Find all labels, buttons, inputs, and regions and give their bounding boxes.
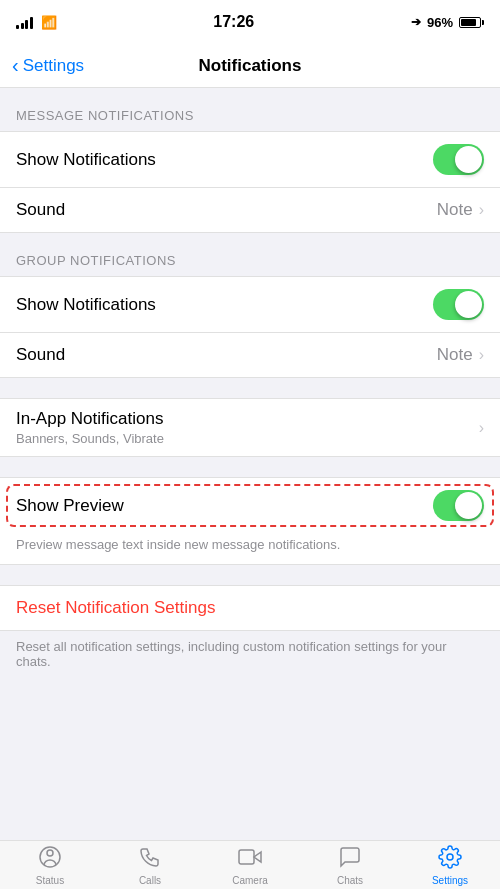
message-show-notifications-toggle[interactable] xyxy=(433,144,484,175)
svg-rect-2 xyxy=(239,850,254,864)
settings-tab-icon xyxy=(438,845,462,873)
status-time: 17:26 xyxy=(213,13,254,31)
status-tab-label: Status xyxy=(36,875,64,886)
group-sound-chevron-icon: › xyxy=(479,346,484,364)
message-show-notifications-row: Show Notifications xyxy=(0,132,500,187)
message-sound-value: Note xyxy=(437,200,473,220)
message-sound-chevron-icon: › xyxy=(479,201,484,219)
back-chevron-icon: ‹ xyxy=(12,54,19,77)
message-sound-label: Sound xyxy=(16,200,65,220)
tab-bar: Status Calls Camera Chats xyxy=(0,840,500,889)
chats-tab-label: Chats xyxy=(337,875,363,886)
group-sound-value: Note xyxy=(437,345,473,365)
group-sound-value-group: Note › xyxy=(437,345,484,365)
inapp-section: In-App Notifications Banners, Sounds, Vi… xyxy=(0,398,500,457)
message-show-notifications-label: Show Notifications xyxy=(16,150,156,170)
message-notifications-section: MESSAGE NOTIFICATIONS Show Notifications… xyxy=(0,88,500,233)
group-notifications-header: GROUP NOTIFICATIONS xyxy=(0,233,500,276)
show-preview-label: Show Preview xyxy=(16,496,124,516)
camera-tab-label: Camera xyxy=(232,875,268,886)
calls-tab-label: Calls xyxy=(139,875,161,886)
show-preview-section: Show Preview Preview message text inside… xyxy=(0,477,500,565)
reset-section: Reset Notification Settings Reset all no… xyxy=(0,585,500,681)
show-preview-row: Show Preview xyxy=(0,478,500,533)
spacer-3 xyxy=(0,565,500,585)
group-notifications-body: Show Notifications Sound Note › xyxy=(0,276,500,378)
group-show-notifications-label: Show Notifications xyxy=(16,295,156,315)
tab-camera[interactable]: Camera xyxy=(200,845,300,886)
group-sound-label: Sound xyxy=(16,345,65,365)
svg-point-3 xyxy=(447,854,453,860)
inapp-chevron-icon: › xyxy=(479,419,484,437)
tab-calls[interactable]: Calls xyxy=(100,845,200,886)
group-notifications-section: GROUP NOTIFICATIONS Show Notifications S… xyxy=(0,233,500,378)
tab-status[interactable]: Status xyxy=(0,845,100,886)
battery-percent: 96% xyxy=(427,15,453,30)
toggle-knob-preview xyxy=(455,492,482,519)
group-show-notifications-toggle[interactable] xyxy=(433,289,484,320)
settings-content: MESSAGE NOTIFICATIONS Show Notifications… xyxy=(0,88,500,840)
location-icon: ➔ xyxy=(411,15,421,29)
toggle-knob xyxy=(455,146,482,173)
settings-tab-label: Settings xyxy=(432,875,468,886)
group-show-notifications-row: Show Notifications xyxy=(0,277,500,332)
back-button[interactable]: ‹ Settings xyxy=(12,54,84,77)
signal-icon xyxy=(16,15,33,29)
nav-bar: ‹ Settings Notifications xyxy=(0,44,500,88)
camera-tab-icon xyxy=(238,845,262,873)
message-notifications-body: Show Notifications Sound Note › xyxy=(0,131,500,233)
reset-description: Reset all notification settings, includi… xyxy=(0,631,500,681)
message-notifications-header: MESSAGE NOTIFICATIONS xyxy=(0,88,500,131)
toggle-knob-group xyxy=(455,291,482,318)
svg-point-1 xyxy=(47,850,53,856)
tab-settings[interactable]: Settings xyxy=(400,845,500,886)
show-preview-description: Preview message text inside new message … xyxy=(0,533,500,564)
reset-row[interactable]: Reset Notification Settings xyxy=(0,585,500,631)
group-sound-row[interactable]: Sound Note › xyxy=(0,332,500,377)
status-bar-left: 📶 xyxy=(16,15,57,30)
wifi-icon: 📶 xyxy=(41,15,57,30)
battery-icon xyxy=(459,17,484,28)
message-sound-value-group: Note › xyxy=(437,200,484,220)
status-bar: 📶 17:26 ➔ 96% xyxy=(0,0,500,44)
tab-chats[interactable]: Chats xyxy=(300,845,400,886)
show-preview-toggle[interactable] xyxy=(433,490,484,521)
inapp-title: In-App Notifications xyxy=(16,409,164,429)
inapp-left: In-App Notifications Banners, Sounds, Vi… xyxy=(16,409,164,446)
message-sound-row[interactable]: Sound Note › xyxy=(0,187,500,232)
page-title: Notifications xyxy=(199,56,302,76)
inapp-subtitle: Banners, Sounds, Vibrate xyxy=(16,431,164,446)
status-bar-right: ➔ 96% xyxy=(411,15,484,30)
status-tab-icon xyxy=(38,845,62,873)
spacer-2 xyxy=(0,457,500,477)
calls-tab-icon xyxy=(138,845,162,873)
inapp-row[interactable]: In-App Notifications Banners, Sounds, Vi… xyxy=(0,399,500,456)
back-label[interactable]: Settings xyxy=(23,56,84,76)
reset-label[interactable]: Reset Notification Settings xyxy=(16,598,215,618)
spacer-1 xyxy=(0,378,500,398)
chats-tab-icon xyxy=(338,845,362,873)
